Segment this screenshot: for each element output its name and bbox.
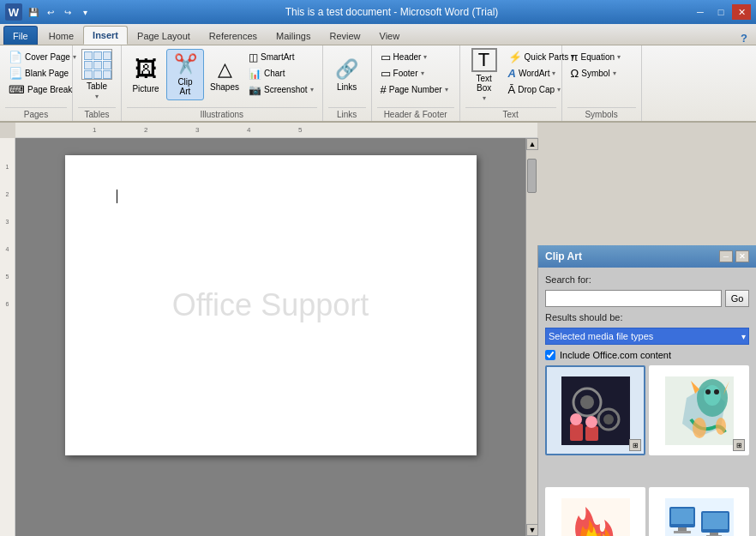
search-input[interactable] (545, 290, 722, 307)
blank-page-button[interactable]: 📃 Blank Page (5, 65, 67, 81)
screenshot-icon: 📷 (249, 84, 261, 96)
tab-mailings[interactable]: Mailings (267, 26, 320, 45)
document-scroll-area[interactable]: Office Support (15, 138, 525, 536)
word-logo: W (5, 3, 22, 21)
include-checkbox[interactable] (545, 350, 555, 360)
scroll-up-button[interactable]: ▲ (526, 138, 538, 150)
ruler-content: 1 2 3 4 5 (15, 123, 537, 137)
include-label: Include Office.com content (560, 350, 671, 360)
go-button[interactable]: Go (725, 290, 749, 307)
cover-page-button[interactable]: 📄 Cover Page ▾ (5, 49, 67, 64)
chart-button[interactable]: 📊 Chart (245, 65, 317, 81)
page-number-button[interactable]: # Page Number ▾ (377, 81, 454, 97)
table-button[interactable]: Table ▾ (78, 49, 116, 100)
undo-quick-btn[interactable]: ↩ (43, 4, 58, 20)
results-dropdown-container: Selected media file types ▾ (545, 328, 749, 345)
cover-page-icon: 📄 (9, 51, 22, 63)
tables-group-content: Table ▾ (78, 49, 116, 105)
save-quick-btn[interactable]: 💾 (26, 4, 41, 20)
text-right-col: ⚡ Quick Parts ▾ A WordArt ▾ Ā Drop Cap ▾ (505, 49, 556, 97)
panel-close-button[interactable]: ✕ (735, 250, 749, 262)
clip-art-grid: ⊞ (545, 365, 749, 536)
screenshot-arrow: ▾ (310, 86, 314, 93)
ribbon: 📄 Cover Page ▾ 📃 Blank Page ⌨ Page Break… (0, 45, 756, 123)
tab-home[interactable]: Home (39, 26, 83, 45)
tables-group-label: Tables (78, 107, 116, 121)
clip-art-item-4[interactable]: ⊞ (649, 487, 749, 536)
page-number-arrow: ▾ (445, 86, 448, 93)
scroll-thumb[interactable] (527, 159, 537, 193)
header-arrow: ▾ (423, 53, 427, 61)
clip-art-item-3[interactable]: ⊞ (545, 487, 645, 536)
illus-right-col: ◫ SmartArt 📊 Chart 📷 Screenshot ▾ (245, 49, 317, 98)
scroll-track[interactable] (526, 150, 537, 524)
svg-point-16 (714, 389, 719, 394)
symbol-button[interactable]: Ω Symbol ▾ (567, 65, 636, 81)
redo-quick-btn[interactable]: ↪ (60, 4, 75, 20)
clip-badge-1: ⊞ (629, 439, 641, 451)
footer-button[interactable]: ▭ Footer ▾ (377, 65, 454, 81)
table-icon (81, 49, 112, 80)
svg-point-7 (570, 413, 582, 425)
links-group-content: 🔗 Links (328, 49, 366, 105)
quick-access-toolbar: 💾 ↩ ↪ ▾ (26, 4, 93, 20)
smartart-button[interactable]: ◫ SmartArt (245, 49, 317, 65)
clip-art-item-2[interactable]: ⊞ (649, 365, 749, 455)
panel-minimize-button[interactable]: ─ (719, 250, 733, 262)
picture-label: Picture (132, 84, 159, 93)
footer-arrow: ▾ (421, 69, 424, 77)
clip-art-label: ClipArt (177, 77, 192, 96)
symbols-group-label: Symbols (567, 107, 636, 121)
clip-art-panel: Clip Art ─ ✕ Search for: Go Results shou… (537, 245, 756, 536)
drop-cap-icon: Ā (508, 83, 516, 96)
drop-cap-arrow: ▾ (557, 86, 561, 93)
picture-button[interactable]: 🖼 Picture (127, 49, 165, 100)
text-box-button[interactable]: T Text Box ▾ (465, 49, 503, 100)
equation-button[interactable]: π Equation ▾ (567, 49, 636, 64)
document-container: 1 2 3 4 5 1 2 3 4 5 6 Office Support (0, 123, 756, 536)
links-button[interactable]: 🔗 Links (328, 49, 366, 100)
close-button[interactable]: ✕ (732, 4, 751, 20)
maximize-button[interactable]: □ (711, 4, 730, 20)
svg-point-12 (704, 385, 721, 406)
symbol-arrow: ▾ (613, 69, 616, 77)
symbol-label: Symbol (581, 69, 609, 78)
clip-art-item-1[interactable]: ⊞ (545, 365, 645, 455)
results-dropdown[interactable]: Selected media file types ▾ (545, 328, 749, 345)
tab-file[interactable]: File (3, 26, 38, 45)
text-box-icon: T (471, 48, 497, 72)
ribbon-group-illustrations: 🖼 Picture ✂️ ClipArt △ Shapes ◫ SmartArt… (122, 45, 323, 121)
clip-art-button[interactable]: ✂️ ClipArt (166, 49, 204, 100)
screenshot-button[interactable]: 📷 Screenshot ▾ (245, 81, 317, 98)
quick-access-dropdown[interactable]: ▾ (77, 4, 93, 20)
svg-rect-24 (674, 531, 691, 533)
header-icon: ▭ (381, 51, 391, 63)
document-page: Office Support (65, 155, 477, 455)
tab-references[interactable]: References (200, 26, 267, 45)
wordart-button[interactable]: A WordArt ▾ (505, 65, 556, 81)
clip-art-panel-title: Clip Art (545, 250, 582, 262)
equation-arrow: ▾ (617, 53, 621, 61)
blank-page-icon: 📃 (9, 67, 22, 80)
tab-page-layout[interactable]: Page Layout (128, 26, 200, 45)
quick-parts-button[interactable]: ⚡ Quick Parts ▾ (505, 49, 556, 64)
header-footer-buttons: ▭ Header ▾ ▭ Footer ▾ # Page Number ▾ (377, 49, 454, 97)
shapes-icon: △ (218, 58, 232, 81)
header-label: Header (393, 52, 422, 62)
tab-view[interactable]: View (370, 26, 410, 45)
tab-review[interactable]: Review (320, 26, 369, 45)
tab-insert[interactable]: Insert (83, 26, 128, 45)
minimize-button[interactable]: ─ (691, 4, 710, 20)
ribbon-tabs: File Home Insert Page Layout References … (0, 24, 756, 45)
scroll-down-button[interactable]: ▼ (526, 524, 538, 536)
title-bar-left: W 💾 ↩ ↪ ▾ (5, 3, 93, 21)
title-bar: W 💾 ↩ ↪ ▾ This is a test document - Micr… (0, 0, 756, 24)
help-button[interactable]: ? (735, 32, 753, 45)
shapes-button[interactable]: △ Shapes (206, 49, 243, 100)
svg-point-8 (585, 416, 597, 428)
svg-rect-26 (703, 513, 728, 529)
header-button[interactable]: ▭ Header ▾ (377, 49, 454, 64)
window-title: This is a test document - Microsoft Word… (93, 6, 691, 18)
drop-cap-button[interactable]: Ā Drop Cap ▾ (505, 81, 556, 97)
page-break-button[interactable]: ⌨ Page Break (5, 81, 67, 97)
